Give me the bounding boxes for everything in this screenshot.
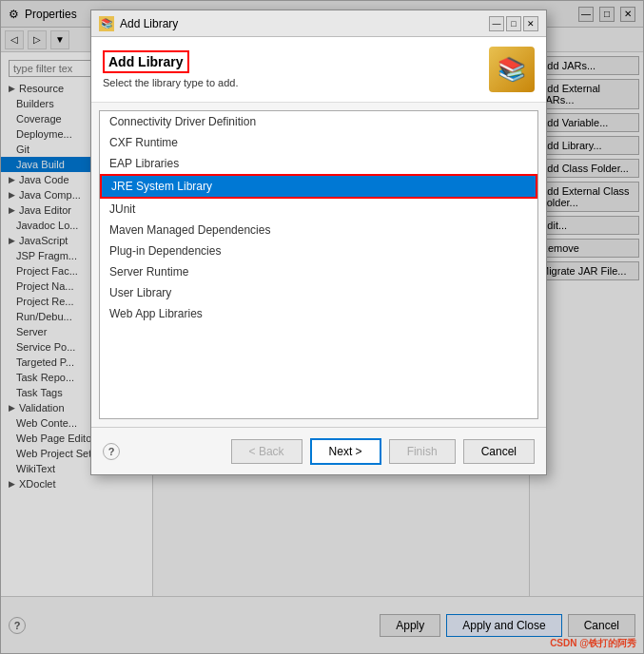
library-item-label: Maven Managed Dependencies <box>109 223 270 237</box>
library-item-eap[interactable]: EAP Libraries <box>100 153 537 174</box>
dialog-titlebar: 📚 Add Library — □ ✕ <box>91 10 546 37</box>
dialog-header-text: Add Library Select the library type to a… <box>103 50 238 88</box>
library-item-server-runtime[interactable]: Server Runtime <box>100 261 537 282</box>
library-item-label: EAP Libraries <box>109 157 179 170</box>
add-library-dialog: 📚 Add Library — □ ✕ Add Library Select t… <box>90 10 547 475</box>
dialog-next-button[interactable]: Next > <box>310 438 381 465</box>
library-item-web-app[interactable]: Web App Libraries <box>100 303 537 324</box>
library-item-label: JUnit <box>109 202 135 216</box>
dialog-body: Connectivity Driver Definition CXF Runti… <box>91 103 546 427</box>
library-list: Connectivity Driver Definition CXF Runti… <box>99 110 538 419</box>
dialog-heading: Add Library <box>103 50 189 73</box>
dialog-help-icon[interactable]: ? <box>103 443 120 460</box>
dialog-subtitle: Select the library type to add. <box>103 77 238 88</box>
watermark: CSDN @铁打的阿秀 <box>550 637 636 650</box>
dialog-restore-button[interactable]: □ <box>506 16 521 31</box>
dialog-cancel-button[interactable]: Cancel <box>463 439 535 464</box>
library-item-label: CXF Runtime <box>109 136 178 149</box>
dialog-close-button[interactable]: ✕ <box>523 16 538 31</box>
library-item-label: Web App Libraries <box>109 307 203 320</box>
dialog-header-icon: 📚 <box>489 47 535 92</box>
library-item-cxf[interactable]: CXF Runtime <box>100 132 537 153</box>
library-item-connectivity[interactable]: Connectivity Driver Definition <box>100 111 537 132</box>
dialog-title-icon: 📚 <box>99 16 114 31</box>
library-item-label: User Library <box>109 286 171 299</box>
dialog-back-button[interactable]: < Back <box>231 439 302 464</box>
library-item-label: JRE System Library <box>111 180 212 193</box>
library-item-user-library[interactable]: User Library <box>100 282 537 303</box>
library-item-maven[interactable]: Maven Managed Dependencies <box>100 220 537 240</box>
library-item-plugin-deps[interactable]: Plug-in Dependencies <box>100 240 537 261</box>
library-item-label: Connectivity Driver Definition <box>109 115 256 128</box>
library-item-label: Server Runtime <box>109 265 188 279</box>
library-item-label: Plug-in Dependencies <box>109 244 221 258</box>
dialog-finish-button[interactable]: Finish <box>389 439 456 464</box>
library-item-junit[interactable]: JUnit <box>100 199 537 220</box>
dialog-minimize-button[interactable]: — <box>489 16 504 31</box>
dialog-footer: ? < Back Next > Finish Cancel <box>91 427 546 474</box>
dialog-title-label: Add Library <box>120 17 489 30</box>
dialog-window-buttons: — □ ✕ <box>489 16 538 31</box>
library-item-jre-system[interactable]: JRE System Library <box>100 174 537 199</box>
dialog-header: Add Library Select the library type to a… <box>91 37 546 103</box>
